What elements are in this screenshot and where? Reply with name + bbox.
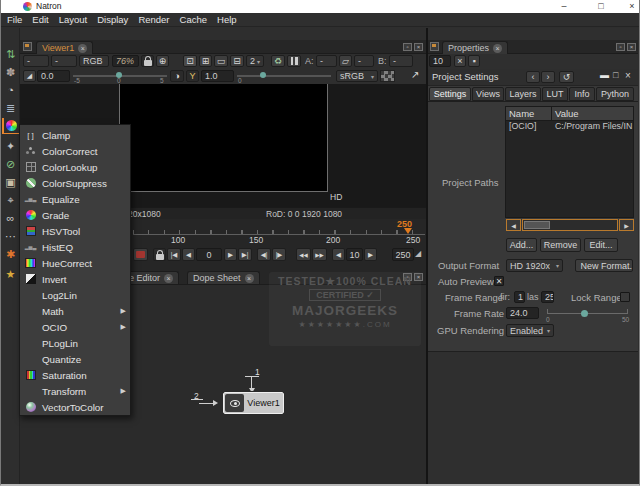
menu-item-ploglin[interactable]: PLogLin — [20, 335, 130, 351]
pane-float-icon[interactable]: ▫ — [616, 43, 625, 51]
window-close-button[interactable]: × — [621, 0, 640, 13]
minimize-all-panels-button[interactable]: ▪ — [468, 55, 480, 67]
next-frame-button[interactable]: |▶ — [272, 248, 286, 261]
menu-item-clamp[interactable]: [ ]Clamp — [20, 127, 130, 143]
tool-filter-button[interactable]: ✦ — [2, 138, 19, 154]
undo-button[interactable]: ‹ — [526, 71, 540, 83]
pane-close-icon[interactable]: × — [414, 43, 423, 51]
menu-help[interactable]: Help — [212, 14, 242, 25]
roi-button[interactable]: ⊞ — [199, 55, 212, 67]
menu-file[interactable]: File — [2, 14, 27, 25]
current-frame-field[interactable]: 0 — [196, 248, 222, 261]
first-frame-button[interactable]: |◀ — [167, 248, 181, 261]
tool-merge-button[interactable]: ▣ — [2, 174, 19, 190]
pane-float-icon[interactable]: ▫ — [403, 43, 412, 51]
menu-render[interactable]: Render — [133, 14, 174, 25]
first-frame-field[interactable]: 1 — [514, 291, 525, 303]
gamma-field[interactable]: 1.0 — [201, 70, 234, 82]
auto-previews-checkbox[interactable]: ✕ — [494, 276, 504, 286]
remove-button[interactable]: Remove — [540, 238, 581, 252]
menu-item-transform[interactable]: Transform▶ — [20, 383, 130, 399]
tool-keyer-button[interactable]: ⊘ — [2, 156, 19, 172]
tab-settings[interactable]: Settings — [429, 87, 471, 101]
proxy-level-select[interactable]: 2▾ — [246, 55, 264, 67]
next-increment-button[interactable]: ▶▶ — [312, 248, 327, 261]
picker-arrow-icon[interactable]: ↗ — [411, 69, 419, 80]
tool-time-button[interactable]: ◔ — [2, 82, 19, 98]
table-row[interactable]: [OCIO] C:/Program Files/IN — [506, 121, 633, 133]
menu-item-vectortocolor[interactable]: VectorToColor — [20, 399, 130, 415]
zoom-lock-button[interactable] — [141, 55, 154, 67]
output-format-select[interactable]: HD 1920x▾ — [506, 259, 563, 272]
tab-lut[interactable]: LUT — [542, 87, 568, 101]
menu-edit[interactable]: Edit — [27, 14, 53, 25]
checkerboard-button[interactable] — [380, 70, 395, 82]
tool-image-button[interactable]: ⇅ — [2, 46, 19, 62]
last-frame-button[interactable]: ▶| — [238, 248, 252, 261]
lock-range-checkbox[interactable] — [620, 292, 630, 302]
gamma-slider-handle[interactable] — [260, 72, 266, 78]
wipe-mode-select[interactable]: - — [354, 55, 374, 67]
menu-item-colorlookup[interactable]: ColorLookup — [20, 159, 130, 175]
menu-item-math[interactable]: Math▶ — [20, 303, 130, 319]
menu-item-colorsuppress[interactable]: ColorSuppress — [20, 175, 130, 191]
menu-item-log2lin[interactable]: Log2Lin — [20, 287, 130, 303]
close-all-panels-button[interactable]: × — [454, 55, 466, 67]
tab-layers[interactable]: Layers — [505, 87, 541, 101]
display-channels-select[interactable]: RGB — [79, 55, 109, 67]
playback-mode-button[interactable] — [133, 248, 148, 261]
gpu-rendering-select[interactable]: Enabled▾ — [506, 324, 554, 337]
tab-views[interactable]: Views — [472, 87, 504, 101]
panel-float-icon[interactable]: □ — [613, 70, 618, 80]
out-frame-field[interactable]: 250 — [392, 248, 414, 261]
panel-close-icon[interactable]: × — [625, 70, 631, 81]
luma-button[interactable]: Y — [186, 70, 199, 82]
refresh-button[interactable]: ♻ — [271, 55, 285, 67]
column-header[interactable]: Name — [506, 107, 552, 120]
tool-extra-button[interactable]: ★ — [2, 266, 19, 282]
menu-display[interactable]: Display — [92, 14, 133, 25]
max-panels-field[interactable]: 10 — [429, 55, 451, 67]
tab-python[interactable]: Python — [596, 87, 634, 101]
edit-button[interactable]: Edit... — [584, 238, 618, 252]
tab-close-icon[interactable]: × — [78, 44, 87, 53]
tab-info[interactable]: Info — [569, 87, 595, 101]
a-input-select[interactable]: - — [316, 55, 337, 67]
window-minimize-button[interactable]: – — [553, 0, 575, 13]
column-header[interactable]: Value — [552, 107, 582, 120]
tool-color-button[interactable] — [2, 118, 19, 134]
h-scrollbar-thumb[interactable] — [524, 221, 550, 229]
frame-range-lock-button[interactable] — [153, 248, 166, 261]
add-button[interactable]: Add... — [506, 238, 537, 252]
menu-item-saturation[interactable]: Saturation — [20, 367, 130, 383]
h-scrollbar-track[interactable] — [522, 219, 618, 231]
previous-frame-button[interactable]: ◀| — [257, 248, 271, 261]
last-frame-field[interactable]: 25 — [541, 291, 554, 303]
tab-close-icon[interactable]: × — [164, 274, 173, 283]
pause-button[interactable] — [287, 55, 301, 67]
zoom-combobox[interactable]: 76% — [112, 55, 139, 67]
menu-item-histeq[interactable]: ▂▅▃HistEQ — [20, 239, 130, 255]
new-format-button[interactable]: New Format. — [575, 259, 633, 272]
tool-gmic-button[interactable]: ✱ — [2, 246, 19, 262]
gamma-toggle-button[interactable]: ◑ — [170, 70, 184, 82]
format-button[interactable]: ▭ — [214, 55, 228, 67]
frame-increment-field[interactable]: 10 — [346, 248, 363, 261]
panel-minimize-icon[interactable]: ▬ — [600, 70, 609, 80]
gamma-slider[interactable] — [237, 75, 331, 77]
viewer1-node[interactable]: Viewer1 — [223, 392, 284, 414]
play-backward-button[interactable]: ◀ — [182, 248, 195, 261]
gain-field[interactable]: 0.0 — [37, 70, 70, 82]
pane-close-icon[interactable]: × — [627, 43, 636, 51]
menu-item-quantize[interactable]: Quantize — [20, 351, 130, 367]
playhead-marker[interactable] — [404, 228, 412, 234]
tab-close-icon[interactable]: × — [245, 274, 254, 283]
tab-viewer1[interactable]: Viewer1 × — [36, 41, 93, 54]
tab-properties[interactable]: Properties× — [442, 41, 508, 54]
menu-layout[interactable]: Layout — [54, 14, 93, 25]
tool-other-button[interactable]: ⋯ — [2, 228, 19, 244]
menu-item-huecorrect[interactable]: HueCorrect — [20, 255, 130, 271]
project-paths-table[interactable]: Name Value [OCIO] C:/Program Files/IN — [505, 106, 634, 218]
tool-draw-button[interactable]: ✽ — [2, 64, 19, 80]
scroll-left-icon[interactable]: ◀ — [506, 219, 521, 231]
